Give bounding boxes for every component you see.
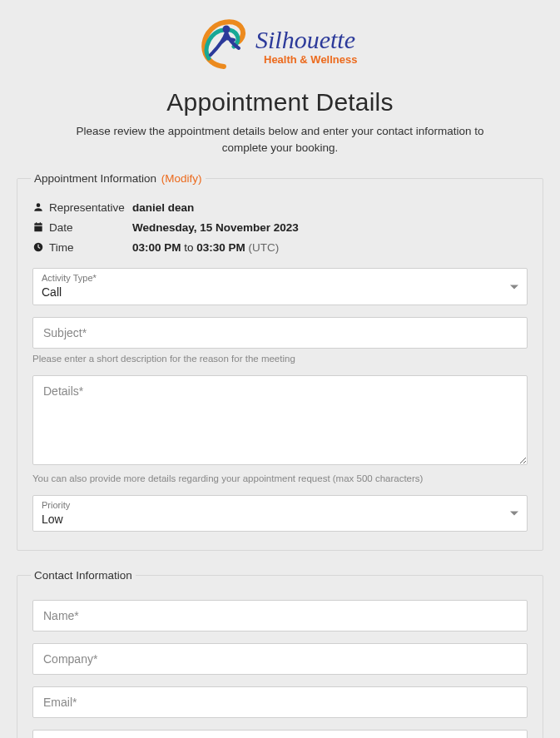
representative-value: daniel dean xyxy=(132,200,194,216)
phone-input[interactable] xyxy=(32,730,528,738)
activity-type-label: Activity Type* xyxy=(42,274,502,283)
contact-information-fieldset: Contact Information xyxy=(17,569,543,738)
appointment-information-fieldset: Appointment Information (Modify) Represe… xyxy=(17,172,543,552)
date-label: Date xyxy=(49,220,132,236)
company-input[interactable] xyxy=(32,643,528,675)
activity-type-select[interactable]: Activity Type* Call xyxy=(32,268,528,305)
name-input[interactable] xyxy=(32,600,528,632)
details-helper: You can also provide more details regard… xyxy=(32,473,528,483)
time-to: to xyxy=(181,241,197,254)
time-tz: (UTC) xyxy=(245,241,280,254)
brand-tagline: Health & Wellness xyxy=(264,53,357,66)
representative-row: Representative daniel dean xyxy=(32,200,528,216)
priority-select[interactable]: Priority Low xyxy=(32,495,528,532)
page-title: Appointment Details xyxy=(17,88,543,116)
brand-name: Silhouette xyxy=(255,26,355,53)
subject-input[interactable] xyxy=(32,317,528,349)
time-value: 03:00 PM to 03:30 PM (UTC) xyxy=(132,240,279,256)
time-label: Time xyxy=(49,240,132,256)
subject-helper: Please enter a short description for the… xyxy=(32,354,528,364)
calendar-icon xyxy=(32,220,49,236)
date-value: Wednesday, 15 November 2023 xyxy=(132,220,299,236)
contact-information-legend: Contact Information xyxy=(31,569,136,582)
activity-type-value: Call xyxy=(42,285,62,299)
chevron-down-icon xyxy=(510,285,518,289)
page-subtitle: Please review the appointment details be… xyxy=(64,123,497,157)
representative-label: Representative xyxy=(49,200,132,216)
time-row: Time 03:00 PM to 03:30 PM (UTC) xyxy=(32,240,528,256)
details-textarea[interactable] xyxy=(32,375,528,465)
priority-label: Priority xyxy=(42,501,502,510)
time-start: 03:00 PM xyxy=(132,241,181,254)
brand-logo: Silhouette Health & Wellness xyxy=(17,0,543,83)
clock-icon xyxy=(32,240,49,256)
priority-value: Low xyxy=(42,513,63,526)
chevron-down-icon xyxy=(510,512,518,516)
appointment-information-legend: Appointment Information (Modify) xyxy=(31,172,206,185)
legend-text: Appointment Information xyxy=(34,172,156,185)
person-icon xyxy=(32,200,49,216)
date-row: Date Wednesday, 15 November 2023 xyxy=(32,220,528,236)
time-end: 03:30 PM xyxy=(196,241,245,254)
email-input[interactable] xyxy=(32,686,528,718)
modify-link[interactable]: (Modify) xyxy=(161,172,202,185)
